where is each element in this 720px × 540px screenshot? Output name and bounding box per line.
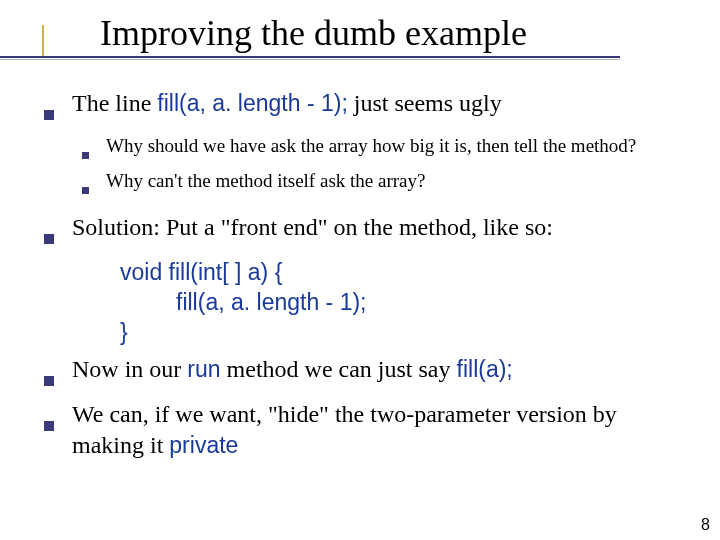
bullet-icon (44, 212, 72, 252)
title-area: Improving the dumb example (100, 14, 527, 54)
text: method we can just say (221, 356, 457, 382)
inline-code: run (187, 356, 220, 382)
text: just seems ugly (348, 90, 502, 116)
slide-title: Improving the dumb example (100, 14, 527, 54)
text: The line (72, 90, 157, 116)
inline-code: private (169, 432, 238, 458)
bullet-4-text: We can, if we want, "hide" the two-param… (72, 399, 684, 460)
code-line-2: fill(a, a. length - 1); (176, 288, 684, 318)
code-block: void fill(int[ ] a) { fill(a, a. length … (120, 258, 684, 348)
bullet-icon (44, 399, 72, 460)
title-underline-shadow (0, 59, 620, 60)
bullet-1-text: The line fill(a, a. length - 1); just se… (72, 88, 684, 128)
bullet-3: Now in our run method we can just say fi… (44, 354, 684, 394)
bullet-icon (44, 354, 72, 394)
title-ornament-vertical (42, 25, 44, 58)
bullet-icon (82, 169, 106, 200)
bullet-1: The line fill(a, a. length - 1); just se… (44, 88, 684, 128)
inline-code: fill(a); (457, 356, 513, 382)
sub-bullet-2-text: Why can't the method itself ask the arra… (106, 169, 684, 200)
code-line-3: } (120, 318, 684, 348)
bullet-2-text: Solution: Put a "front end" on the metho… (72, 212, 684, 252)
text: Now in our (72, 356, 187, 382)
bullet-2: Solution: Put a "front end" on the metho… (44, 212, 684, 252)
sub-bullet-1: Why should we have ask the array how big… (82, 134, 684, 165)
bullet-3-text: Now in our run method we can just say fi… (72, 354, 684, 394)
slide: Improving the dumb example The line fill… (0, 0, 720, 540)
page-number: 8 (701, 516, 710, 534)
title-underline (0, 56, 620, 58)
bullet-icon (82, 134, 106, 165)
bullet-4: We can, if we want, "hide" the two-param… (44, 399, 684, 460)
sub-bullet-1-text: Why should we have ask the array how big… (106, 134, 684, 165)
bullet-1-sublist: Why should we have ask the array how big… (82, 134, 684, 201)
slide-body: The line fill(a, a. length - 1); just se… (44, 88, 684, 467)
sub-bullet-2: Why can't the method itself ask the arra… (82, 169, 684, 200)
text: We can, if we want, "hide" the two-param… (72, 401, 617, 458)
inline-code: fill(a, a. length - 1); (157, 90, 347, 116)
code-line-1: void fill(int[ ] a) { (120, 258, 684, 288)
bullet-icon (44, 88, 72, 128)
